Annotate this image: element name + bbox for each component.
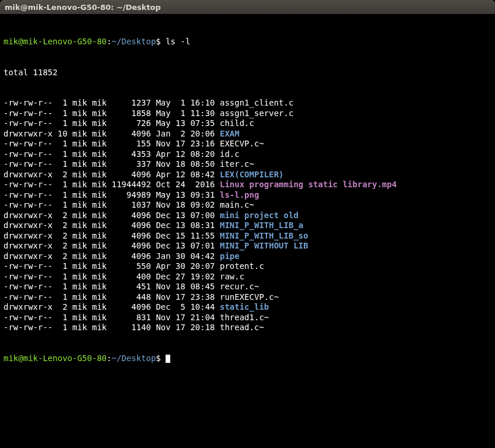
terminal-cursor [166, 355, 170, 363]
file-perm: -rw-rw-r-- [3, 139, 52, 148]
file-row: -rw-rw-r-- 1 mik mik 1237 May 1 16:10 as… [3, 98, 492, 108]
file-group: mik [92, 180, 107, 189]
file-name: id.c [220, 149, 240, 159]
file-group: mik [92, 231, 107, 240]
file-perm: -rw-rw-r-- [3, 261, 52, 271]
file-links: 1 [58, 98, 68, 107]
file-owner: mik [72, 282, 87, 291]
file-links: 1 [58, 139, 68, 148]
file-date: Dec 5 10:44 [156, 302, 215, 312]
file-size: 4096 [112, 231, 151, 240]
file-row: -rw-rw-r-- 1 mik mik 550 Apr 30 20:07 pr… [3, 261, 492, 272]
file-row: drwxrwxr-x 2 mik mik 4096 Dec 15 11:55 M… [3, 231, 492, 242]
file-row: drwxrwxr-x 2 mik mik 4096 Dec 13 08:31 M… [3, 220, 492, 231]
file-perm: -rw-rw-r-- [3, 190, 52, 200]
file-date: Nov 17 23:38 [156, 292, 215, 302]
file-links: 10 [58, 129, 68, 138]
file-row: drwxrwxr-x 10 mik mik 4096 Jan 2 20:06 E… [3, 129, 492, 139]
file-date: Apr 12 08:20 [156, 149, 215, 159]
file-links: 1 [58, 149, 68, 159]
prompt-line-1: mik@mik-Lenovo-G50-80:~/Desktop$ ls -l [3, 37, 492, 47]
file-name: static_lib [220, 302, 269, 312]
file-row: -rw-rw-r-- 1 mik mik 1140 Nov 17 20:18 t… [3, 323, 492, 333]
file-links: 1 [58, 180, 68, 189]
file-date: Dec 13 07:00 [156, 211, 215, 220]
file-date: Nov 18 09:02 [156, 200, 215, 209]
file-date: Dec 13 07:01 [156, 241, 215, 250]
file-size: 451 [112, 282, 151, 291]
file-size: 4096 [112, 302, 151, 312]
file-owner: mik [72, 272, 87, 281]
file-size: 94989 [112, 190, 151, 200]
file-links: 2 [58, 302, 68, 312]
total-line: total 11852 [3, 68, 492, 78]
file-row: -rw-rw-r-- 1 mik mik 726 May 13 07:35 ch… [3, 118, 492, 129]
file-group: mik [92, 108, 107, 118]
file-perm: drwxrwxr-x [3, 302, 52, 312]
file-name: protent.c [220, 261, 264, 271]
command-text: ls -l [166, 37, 190, 46]
file-links: 2 [58, 251, 68, 261]
terminal-viewport[interactable]: mik@mik-Lenovo-G50-80:~/Desktop$ ls -l t… [0, 14, 495, 448]
file-name: LEX(COMPILER) [220, 170, 284, 179]
prompt-dollar: $ [156, 37, 166, 46]
file-name: EXAM [220, 129, 240, 138]
file-size: 4096 [112, 251, 151, 261]
file-perm: -rw-rw-r-- [3, 282, 52, 291]
file-date: Jan 30 04:42 [156, 251, 215, 261]
file-name: child.c [220, 118, 254, 128]
file-perm: -rw-rw-r-- [3, 108, 52, 118]
file-group: mik [92, 190, 107, 200]
file-owner: mik [72, 149, 87, 159]
file-size: 4096 [112, 241, 151, 250]
file-links: 1 [58, 108, 68, 118]
file-name: MINI_P_WITH_LIB_a [220, 220, 303, 230]
file-size: 11944492 [112, 180, 151, 189]
file-perm: -rw-rw-r-- [3, 292, 52, 302]
file-date: May 13 07:35 [156, 118, 215, 128]
file-perm: -rw-rw-r-- [3, 118, 52, 128]
file-size: 1858 [112, 108, 151, 118]
file-name: MINI_P WITHOUT LIB [220, 241, 308, 250]
file-size: 1237 [112, 98, 151, 107]
file-row: -rw-rw-r-- 1 mik mik 831 Nov 17 21:04 th… [3, 313, 492, 323]
file-group: mik [92, 159, 107, 169]
file-links: 1 [58, 200, 68, 209]
file-group: mik [92, 200, 107, 209]
file-size: 4353 [112, 149, 151, 159]
file-perm: -rw-rw-r-- [3, 180, 52, 189]
file-date: Nov 17 23:16 [156, 139, 215, 148]
file-date: Nov 18 08:50 [156, 159, 215, 169]
prompt-line-2: mik@mik-Lenovo-G50-80:~/Desktop$ [3, 354, 492, 364]
file-group: mik [92, 272, 107, 281]
file-size: 448 [112, 292, 151, 302]
file-row: -rw-rw-r-- 1 mik mik 1037 Nov 18 09:02 m… [3, 200, 492, 211]
file-group: mik [92, 323, 107, 332]
file-group: mik [92, 170, 107, 179]
file-perm: drwxrwxr-x [3, 129, 52, 138]
file-links: 2 [58, 211, 68, 220]
window-titlebar[interactable]: mik@mik-Lenovo-G50-80: ~/Desktop [0, 0, 495, 14]
file-owner: mik [72, 180, 87, 189]
file-size: 831 [112, 313, 151, 322]
file-row: -rw-rw-r-- 1 mik mik 11944492 Oct 24 201… [3, 180, 492, 190]
file-group: mik [92, 118, 107, 128]
file-perm: drwxrwxr-x [3, 231, 52, 240]
file-date: Nov 17 21:04 [156, 313, 215, 322]
file-row: -rw-rw-r-- 1 mik mik 448 Nov 17 23:38 ru… [3, 292, 492, 303]
file-date: Jan 2 20:06 [156, 129, 215, 138]
file-group: mik [92, 129, 107, 138]
file-group: mik [92, 98, 107, 107]
prompt-path: ~/Desktop [111, 354, 156, 363]
file-perm: -rw-rw-r-- [3, 98, 52, 107]
file-group: mik [92, 149, 107, 159]
file-row: -rw-rw-r-- 1 mik mik 451 Nov 18 08:45 re… [3, 282, 492, 292]
file-group: mik [92, 313, 107, 322]
file-group: mik [92, 292, 107, 302]
file-size: 1037 [112, 200, 151, 209]
prompt-dollar: $ [156, 354, 166, 363]
file-owner: mik [72, 261, 87, 271]
file-date: Apr 12 08:42 [156, 170, 215, 179]
file-links: 1 [58, 313, 68, 322]
file-name: Linux programming static library.mp4 [220, 180, 396, 189]
